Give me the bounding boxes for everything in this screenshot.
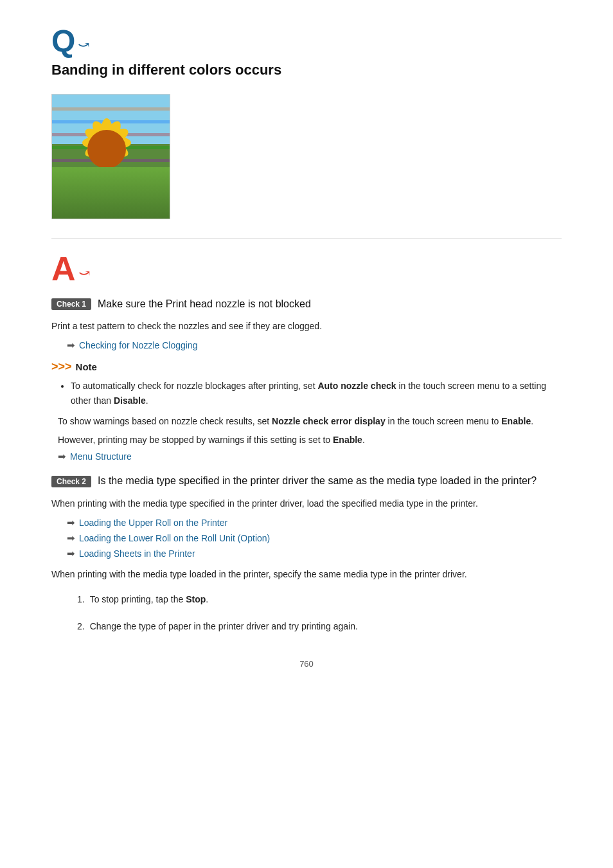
a-icon-section: A⤻ — [51, 252, 562, 285]
note-header: >>> Note — [51, 360, 562, 374]
note-para2: To show warnings based on nozzle check r… — [58, 414, 562, 428]
note-para3-bold: Enable — [333, 435, 362, 445]
note-item-1: To automatically check for nozzle blocka… — [71, 379, 562, 408]
note-box: >>> Note To automatically check for nozz… — [51, 360, 562, 462]
check2-link3: ➡ Loading Sheets in the Printer — [67, 548, 562, 559]
note-item-1-end: . — [146, 395, 148, 406]
step-1-pre: To stop printing, tap the — [90, 594, 186, 604]
note-link-item: ➡ Menu Structure — [58, 451, 562, 462]
check1-para1: Print a test pattern to check the nozzle… — [51, 319, 562, 333]
arrow-icon: ➡ — [67, 548, 75, 559]
note-para2-pre: To show warnings based on nozzle check r… — [58, 416, 272, 426]
check1-section: Check 1 Make sure the Print head nozzle … — [51, 298, 562, 462]
page-number: 760 — [51, 659, 562, 669]
check2-para2: When printing with the media type loaded… — [51, 567, 562, 581]
sunflower-image — [51, 94, 170, 219]
step-1: 1.To stop printing, tap the Stop. — [77, 592, 562, 606]
lower-roll-link[interactable]: Loading the Lower Roll on the Roll Unit … — [79, 533, 270, 543]
step-2-num: 2. — [77, 621, 85, 631]
arrow-icon: ➡ — [58, 451, 66, 462]
check2-heading: Check 2Is the media type specified in th… — [51, 475, 562, 487]
note-para2-mid: in the touch screen menu to — [386, 416, 502, 426]
note-para3-end: . — [362, 435, 365, 445]
note-item-1-bold1: Auto nozzle check — [317, 381, 396, 391]
note-para3: However, printing may be stopped by warn… — [58, 433, 562, 447]
step-1-bold: Stop — [186, 594, 206, 604]
note-content: To automatically check for nozzle blocka… — [58, 379, 562, 462]
check1-heading: Check 1 Make sure the Print head nozzle … — [51, 298, 562, 310]
note-label: Note — [76, 361, 97, 372]
check2-link1: ➡ Loading the Upper Roll on the Printer — [67, 517, 562, 529]
note-para2-end: . — [531, 416, 533, 426]
note-para3-pre: However, printing may be stopped by warn… — [58, 435, 333, 445]
main-content: Q⤻ Banding in different colors occurs — [0, 0, 613, 707]
menu-structure-link[interactable]: Menu Structure — [70, 451, 132, 462]
step-2-text: Change the type of paper in the printer … — [90, 621, 358, 631]
check2-link2: ➡ Loading the Lower Roll on the Roll Uni… — [67, 532, 562, 544]
upper-roll-link[interactable]: Loading the Upper Roll on the Printer — [79, 518, 227, 528]
a-arrow-icon: ⤻ — [78, 265, 90, 282]
note-item-1-bold2: Disable — [114, 395, 146, 406]
arrow-icon: ➡ — [67, 517, 75, 529]
q-icon-section: Q⤻ — [51, 26, 562, 57]
q-letter: Q — [51, 26, 75, 57]
section-divider — [51, 239, 562, 239]
note-item-1-pre: To automatically check for nozzle blocka… — [71, 381, 317, 391]
loading-sheets-link[interactable]: Loading Sheets in the Printer — [79, 548, 195, 559]
note-chevrons-icon: >>> — [51, 360, 72, 374]
note-para2-bold: Nozzle check error display — [272, 416, 386, 426]
q-arrow-icon: ⤻ — [78, 37, 89, 53]
arrow-icon: ➡ — [67, 532, 75, 544]
check2-heading-text: Is the media type specified in the print… — [98, 475, 537, 486]
check2-para1: When printing with the media type specif… — [51, 496, 562, 511]
checking-nozzle-link[interactable]: Checking for Nozzle Clogging — [79, 340, 197, 350]
check1-link1-item: ➡ Checking for Nozzle Clogging — [67, 339, 562, 351]
check2-steps: 1.To stop printing, tap the Stop. 2.Chan… — [77, 592, 562, 634]
step-1-end: . — [206, 594, 208, 604]
arrow-icon: ➡ — [67, 339, 75, 351]
a-letter: A — [51, 252, 76, 285]
check2-badge: Check 2 — [51, 476, 91, 487]
check1-badge: Check 1 — [51, 298, 91, 310]
page-title: Banding in different colors occurs — [51, 62, 562, 78]
step-2: 2.Change the type of paper in the printe… — [77, 619, 562, 633]
check2-section: Check 2Is the media type specified in th… — [51, 475, 562, 633]
note-para2-bold2: Enable — [501, 416, 531, 426]
step-1-num: 1. — [77, 594, 85, 604]
check1-heading-text: Make sure the Print head nozzle is not b… — [98, 298, 311, 310]
